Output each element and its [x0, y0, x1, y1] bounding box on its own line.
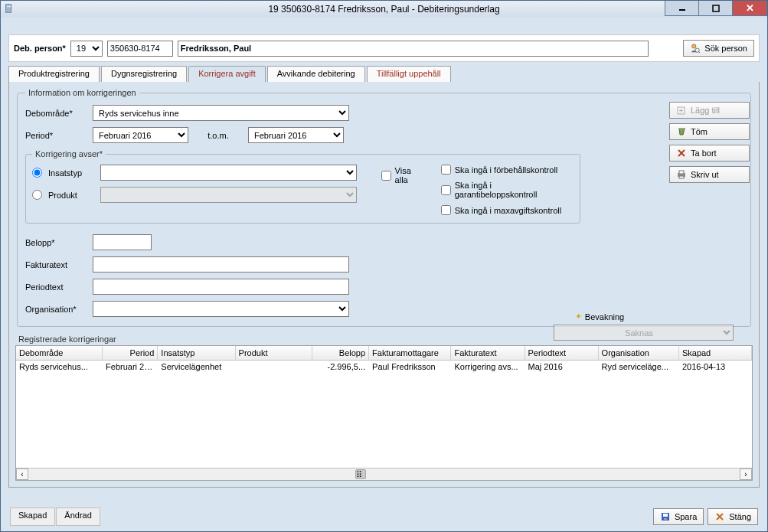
- periodtext-label: Periodtext: [25, 282, 87, 292]
- app-icon: [4, 3, 15, 14]
- fakturatext-input[interactable]: [93, 256, 349, 273]
- col-belopp[interactable]: Belopp: [312, 346, 368, 360]
- stang-label: Stäng: [729, 512, 751, 521]
- visa-alla-label: Visa alla: [395, 166, 426, 184]
- ssn-input[interactable]: [107, 41, 173, 57]
- info-fieldset: Information om korrigeringen Debområde* …: [17, 88, 751, 327]
- minimize-button[interactable]: [665, 1, 699, 16]
- col-produkt[interactable]: Produkt: [235, 346, 312, 360]
- period-from-select[interactable]: Februari 2016: [93, 127, 188, 143]
- col-skapad[interactable]: Skapad: [678, 346, 751, 360]
- skriv-ut-label: Skriv ut: [691, 170, 719, 179]
- stang-button[interactable]: Stäng: [708, 508, 758, 525]
- korrigering-fieldset: Korrigering avser* Insatstyp Produkt: [25, 149, 580, 224]
- belopp-input[interactable]: [93, 234, 152, 250]
- person-name-input[interactable]: [178, 41, 649, 57]
- ta-bort-label: Ta bort: [691, 149, 717, 158]
- tab-avvikande-debitering[interactable]: Avvikande debitering: [267, 66, 365, 82]
- tabs: Produktregistrering Dygnsregistrering Ko…: [8, 65, 760, 82]
- korrigering-legend: Korrigering avser*: [32, 149, 106, 158]
- close-icon: [714, 511, 725, 522]
- svg-point-5: [692, 44, 696, 48]
- debomrade-select[interactable]: Ryds servicehus inne: [93, 105, 349, 121]
- tom-label: Töm: [691, 127, 708, 136]
- add-icon: [676, 105, 687, 116]
- skriv-ut-button[interactable]: Skriv ut: [669, 166, 750, 183]
- col-periodtext[interactable]: Periodtext: [525, 346, 598, 360]
- spara-button[interactable]: Spara: [653, 508, 704, 525]
- scroll-thumb[interactable]: ⠿: [355, 469, 366, 479]
- col-period[interactable]: Period: [103, 346, 158, 360]
- tom-button[interactable]: Töm: [669, 123, 750, 140]
- maximize-button[interactable]: [698, 1, 733, 16]
- svg-rect-0: [6, 5, 11, 13]
- insatstyp-label: Insatstyp: [48, 168, 94, 178]
- produkt-radio[interactable]: [32, 190, 42, 200]
- clear-icon: [676, 126, 687, 137]
- garantibelopp-checkbox[interactable]: [441, 185, 451, 195]
- save-icon: [660, 511, 671, 522]
- svg-rect-18: [663, 514, 668, 517]
- bevakning-icon: ✦: [575, 312, 582, 321]
- svg-rect-2: [9, 6, 11, 8]
- col-fakturatext[interactable]: Fakturatext: [451, 346, 525, 360]
- tab-korrigera-avgift[interactable]: Korrigera avgift: [188, 66, 266, 82]
- scroll-right-button[interactable]: ›: [740, 468, 752, 480]
- skapad-status: Skapad: [10, 508, 55, 526]
- svg-rect-1: [7, 6, 8, 8]
- insatstyp-radio[interactable]: [32, 168, 42, 178]
- fakturatext-label: Fakturatext: [25, 260, 87, 269]
- spara-label: Spara: [675, 512, 697, 521]
- person-bar: Deb. person* 19 Sök person: [8, 34, 760, 62]
- app-window: 19 350630-8174 Fredriksson, Paul - Debit…: [0, 0, 768, 532]
- deb-person-label: Deb. person*: [14, 44, 66, 53]
- maxavgift-label: Ska ingå i maxavgiftskontroll: [455, 206, 561, 215]
- organisation-select[interactable]: [93, 301, 349, 317]
- century-select[interactable]: 19: [70, 41, 103, 57]
- forbehall-checkbox[interactable]: [441, 165, 451, 175]
- tab-tillfalligt-uppehall[interactable]: Tillfälligt uppehåll: [367, 66, 451, 82]
- bevakning-select[interactable]: Saknas: [554, 325, 734, 341]
- svg-rect-15: [679, 171, 684, 174]
- scroll-left-button[interactable]: ‹: [16, 468, 28, 480]
- maxavgift-checkbox[interactable]: [441, 205, 451, 215]
- search-person-icon: [690, 43, 701, 54]
- tom-label: t.o.m.: [194, 131, 242, 140]
- svg-rect-16: [679, 176, 684, 178]
- lagg-till-label: Lägg till: [691, 106, 720, 115]
- grid-header-row: Debområde Period Insatstyp Produkt Belop…: [16, 346, 752, 360]
- scroll-track[interactable]: ⠿: [28, 468, 740, 480]
- periodtext-input[interactable]: [93, 279, 349, 295]
- col-insatstyp[interactable]: Insatstyp: [158, 346, 235, 360]
- print-icon: [676, 169, 687, 180]
- close-button[interactable]: ✕: [732, 1, 767, 16]
- organisation-label: Organisation*: [25, 305, 87, 314]
- produkt-select[interactable]: [100, 187, 357, 203]
- tab-dygnsregistrering[interactable]: Dygnsregistrering: [101, 66, 187, 82]
- tab-content: Information om korrigeringen Debområde* …: [8, 82, 760, 488]
- col-fakturamottagare[interactable]: Fakturamottagare: [369, 346, 451, 360]
- col-debomrade[interactable]: Debområde: [16, 346, 103, 360]
- visa-alla-checkbox[interactable]: [381, 171, 391, 181]
- lagg-till-button[interactable]: Lägg till: [669, 102, 750, 119]
- ta-bort-button[interactable]: Ta bort: [669, 145, 750, 162]
- search-person-label: Sök person: [704, 44, 747, 53]
- horizontal-scrollbar[interactable]: ‹ ⠿ ›: [16, 468, 752, 480]
- table-row[interactable]: Ryds servicehus... Februari 2016 Service…: [16, 360, 752, 373]
- info-legend: Information om korrigeringen: [25, 88, 139, 97]
- debomrade-label: Debområde*: [25, 109, 87, 118]
- garantibelopp-label: Ska ingå i garantibeloppskontroll: [455, 181, 574, 199]
- tab-produktregistrering[interactable]: Produktregistrering: [8, 66, 100, 82]
- title-text: 19 350630-8174 Fredriksson, Paul - Debit…: [268, 4, 499, 15]
- status-bar: Skapad Ändrad Spara Stäng: [10, 508, 758, 526]
- produkt-label: Produkt: [48, 191, 94, 200]
- search-person-button[interactable]: Sök person: [683, 40, 754, 57]
- insatstyp-select[interactable]: [100, 165, 357, 181]
- window-controls: ✕: [665, 1, 767, 16]
- svg-rect-4: [713, 5, 719, 11]
- bevakning-label: Bevakning: [585, 312, 624, 321]
- col-organisation[interactable]: Organisation: [598, 346, 678, 360]
- action-buttons: Lägg till Töm Ta bort Skriv ut: [669, 102, 750, 183]
- period-to-select[interactable]: Februari 2016: [248, 127, 344, 143]
- svg-line-7: [699, 51, 701, 53]
